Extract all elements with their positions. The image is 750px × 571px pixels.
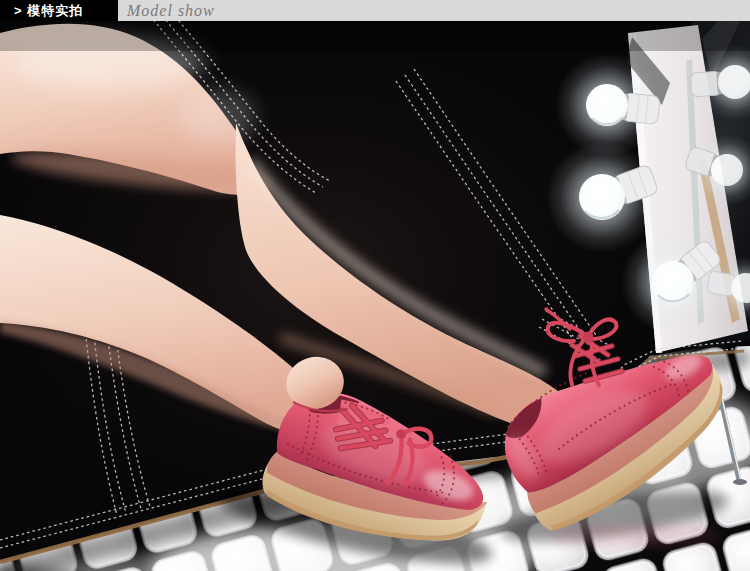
photo-canvas bbox=[0, 21, 750, 571]
light-bulb bbox=[621, 230, 725, 334]
vignette bbox=[0, 21, 750, 51]
page: > 模特实拍 Model show bbox=[0, 0, 750, 571]
section-header: > 模特实拍 Model show bbox=[0, 0, 750, 21]
model-photo bbox=[0, 21, 750, 571]
section-badge: > 模特实拍 bbox=[0, 0, 118, 21]
light-bulb bbox=[546, 141, 659, 253]
section-subtitle: Model show bbox=[118, 0, 215, 21]
